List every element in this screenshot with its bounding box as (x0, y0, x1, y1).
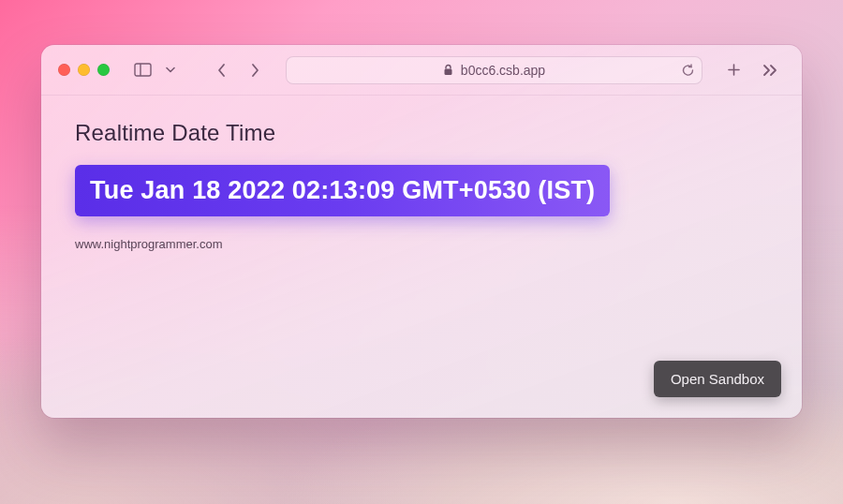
chevron-left-icon (216, 63, 227, 78)
chevron-down-icon (166, 67, 175, 73)
browser-window: b0cc6.csb.app Realtime Date Time Tue Jan (41, 45, 802, 418)
browser-titlebar: b0cc6.csb.app (41, 45, 802, 96)
page-heading: Realtime Date Time (75, 120, 768, 146)
sidebar-icon (134, 63, 152, 77)
address-bar[interactable]: b0cc6.csb.app (286, 56, 702, 84)
sidebar-dropdown-button[interactable] (162, 57, 179, 83)
forward-button[interactable] (241, 57, 269, 83)
nav-buttons (207, 57, 269, 83)
sidebar-toggle-button[interactable] (128, 57, 156, 83)
open-sandbox-button[interactable]: Open Sandbox (654, 361, 781, 397)
fullscreen-window-button[interactable] (97, 64, 110, 76)
new-tab-button[interactable] (719, 57, 747, 83)
plus-icon (727, 63, 741, 77)
page-content: Realtime Date Time Tue Jan 18 2022 02:13… (41, 96, 802, 418)
credit-link[interactable]: www.nightprogrammer.com (75, 237, 768, 251)
minimize-window-button[interactable] (78, 64, 90, 76)
back-button[interactable] (207, 57, 235, 83)
window-controls (58, 64, 110, 76)
reload-button[interactable] (681, 63, 695, 77)
overflow-button[interactable] (757, 57, 785, 83)
reload-icon (681, 63, 695, 77)
svg-rect-0 (135, 64, 151, 76)
chevron-right-icon (250, 63, 260, 78)
address-bar-text: b0cc6.csb.app (461, 63, 545, 78)
sidebar-toggle-group (128, 57, 179, 83)
chevrons-right-icon (762, 64, 779, 77)
svg-rect-2 (444, 69, 451, 76)
datetime-display: Tue Jan 18 2022 02:13:09 GMT+0530 (IST) (75, 165, 610, 216)
close-window-button[interactable] (58, 64, 70, 76)
lock-icon (443, 64, 453, 76)
